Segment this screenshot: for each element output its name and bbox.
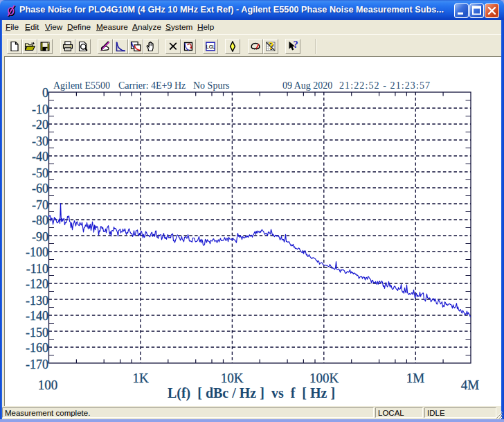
svg-text:Agilent E5500: Agilent E5500	[53, 80, 110, 91]
svg-text:-120: -120	[26, 277, 48, 291]
svg-text:-130: -130	[26, 294, 48, 308]
svg-text:-20: -20	[32, 118, 48, 132]
svg-text:-140: -140	[26, 309, 48, 323]
svg-text:-170: -170	[26, 358, 48, 371]
svg-text:100K: 100K	[309, 371, 339, 385]
svg-text:-110: -110	[26, 262, 48, 276]
svg-text:1K: 1K	[132, 371, 149, 385]
svg-text:No Spurs: No Spurs	[193, 80, 230, 91]
svg-text:10K: 10K	[221, 371, 244, 385]
svg-text:100: 100	[38, 378, 58, 392]
svg-text:4M: 4M	[461, 378, 480, 392]
svg-text:0: 0	[42, 86, 48, 100]
svg-text:-70: -70	[32, 198, 48, 212]
svg-text:-160: -160	[26, 341, 48, 355]
svg-text:-100: -100	[26, 245, 48, 259]
svg-text:21:22:52 - 21:23:57: 21:22:52 - 21:23:57	[339, 80, 431, 91]
svg-text:-60: -60	[32, 182, 48, 195]
svg-text:-90: -90	[32, 230, 48, 244]
svg-text:-10: -10	[32, 103, 48, 116]
svg-text:-80: -80	[32, 213, 48, 227]
svg-text:-40: -40	[32, 150, 48, 164]
svg-text:L(f) [ dBc / Hz ] vs f [ H: L(f) [ dBc / Hz ] vs f [ Hz ]	[168, 385, 335, 401]
svg-text:-50: -50	[32, 166, 48, 180]
svg-text:09 Aug 2020: 09 Aug 2020	[282, 80, 332, 91]
svg-text:-150: -150	[26, 326, 48, 340]
svg-text:1M: 1M	[406, 371, 425, 385]
svg-text:-30: -30	[32, 134, 48, 148]
svg-text:Carrier: 4E+9 Hz: Carrier: 4E+9 Hz	[118, 80, 186, 91]
